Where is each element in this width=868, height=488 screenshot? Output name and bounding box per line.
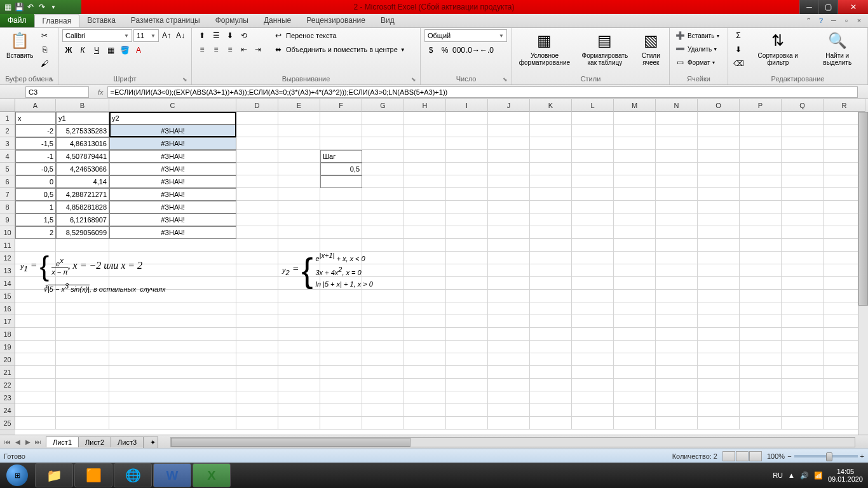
row-header-23[interactable]: 23 [0,391,15,404]
cell-Q19[interactable] [782,341,824,353]
cell-L7[interactable] [572,188,614,201]
cell-I5[interactable] [446,163,488,175]
cell-N5[interactable] [656,163,698,175]
cell-O24[interactable] [698,404,740,417]
cell-M25[interactable] [614,417,656,430]
cell-E1[interactable] [278,112,320,125]
col-header-K[interactable]: K [530,99,572,112]
cell-C1[interactable]: y2 [109,112,236,125]
cell-K14[interactable] [530,277,572,290]
tab-insert[interactable]: Вставка [79,14,123,27]
cell-L8[interactable] [572,201,614,214]
cell-N2[interactable] [656,125,698,137]
cell-P14[interactable] [740,277,782,290]
cell-K15[interactable] [530,290,572,302]
cell-M5[interactable] [614,163,656,175]
cell-B5[interactable]: 4,24653066 [56,163,109,175]
help-icon[interactable]: ? [817,16,825,25]
cell-N14[interactable] [656,277,698,290]
cell-Q4[interactable] [782,150,824,163]
bold-icon[interactable]: Ж [62,44,75,57]
cell-L2[interactable] [572,125,614,137]
tab-formulas[interactable]: Формулы [208,14,256,27]
cell-G7[interactable] [362,188,404,201]
cell-J4[interactable] [488,150,530,163]
row-header-22[interactable]: 22 [0,379,15,391]
row-header-15[interactable]: 15 [0,290,15,302]
row-header-17[interactable]: 17 [0,315,15,328]
tab-nav-next-icon[interactable]: ▶ [23,438,33,445]
cell-P6[interactable] [740,175,782,188]
sheet-tab-3[interactable]: Лист3 [111,437,144,447]
cell-A2[interactable]: -2 [15,125,56,137]
cell-F21[interactable] [320,366,362,379]
cell-Q21[interactable] [782,366,824,379]
cell-F2[interactable] [320,125,362,137]
cell-P13[interactable] [740,264,782,277]
cell-O6[interactable] [698,175,740,188]
cell-B20[interactable] [56,353,109,366]
cell-Q12[interactable] [782,252,824,264]
increase-indent-icon[interactable]: ⇥ [252,43,264,56]
col-header-Q[interactable]: Q [782,99,824,112]
row-header-3[interactable]: 3 [0,137,15,150]
row-header-1[interactable]: 1 [0,112,15,125]
row-header-20[interactable]: 20 [0,353,15,366]
col-header-P[interactable]: P [740,99,782,112]
minimize-ribbon-icon[interactable]: ⌃ [804,16,813,25]
maximize-button[interactable]: ▢ [818,0,837,14]
cell-M8[interactable] [614,201,656,214]
tab-layout[interactable]: Разметка страницы [123,14,208,27]
cell-N16[interactable] [656,302,698,315]
row-header-12[interactable]: 12 [0,252,15,264]
cell-B9[interactable]: 6,12168907 [56,214,109,226]
close-button[interactable]: ✕ [837,0,868,14]
taskbar-explorer-icon[interactable]: 📁 [35,463,73,487]
cell-O2[interactable] [698,125,740,137]
cell-A24[interactable] [15,404,56,417]
cell-F10[interactable] [320,226,362,239]
shrink-font-icon[interactable]: A↓ [174,29,187,42]
qat-dropdown-icon[interactable]: ▼ [48,2,58,12]
cell-D6[interactable] [236,175,278,188]
cell-P16[interactable] [740,302,782,315]
window-restore-icon[interactable]: ▫ [842,16,851,25]
cell-F6[interactable] [320,175,362,188]
row-header-9[interactable]: 9 [0,214,15,226]
cell-E2[interactable] [278,125,320,137]
tab-nav-last-icon[interactable]: ⏭ [33,438,43,445]
tray-arrow-icon[interactable]: ▲ [788,471,795,479]
sheet-tab-1[interactable]: Лист1 [46,437,79,447]
cell-Q15[interactable] [782,290,824,302]
cell-Q23[interactable] [782,391,824,404]
cell-O8[interactable] [698,201,740,214]
cell-A21[interactable] [15,366,56,379]
cell-H7[interactable] [404,188,446,201]
col-header-E[interactable]: E [278,99,320,112]
cell-N6[interactable] [656,175,698,188]
col-header-J[interactable]: J [488,99,530,112]
cell-I20[interactable] [446,353,488,366]
cell-I17[interactable] [446,315,488,328]
col-header-F[interactable]: F [320,99,362,112]
cell-O11[interactable] [698,239,740,252]
align-right-icon[interactable]: ≡ [224,43,236,56]
cell-F16[interactable] [320,302,362,315]
cell-G5[interactable] [362,163,404,175]
col-header-R[interactable]: R [824,99,865,112]
cell-J12[interactable] [488,252,530,264]
cell-E8[interactable] [278,201,320,214]
col-header-D[interactable]: D [236,99,278,112]
sheet-tab-2[interactable]: Лист2 [78,437,111,447]
row-header-4[interactable]: 4 [0,150,15,163]
cell-A19[interactable] [15,341,56,353]
cell-I2[interactable] [446,125,488,137]
cell-I10[interactable] [446,226,488,239]
cell-C11[interactable] [109,239,236,252]
cell-F1[interactable] [320,112,362,125]
cell-F19[interactable] [320,341,362,353]
cell-M3[interactable] [614,137,656,150]
cell-J17[interactable] [488,315,530,328]
cell-A1[interactable]: x [15,112,56,125]
cut-icon[interactable]: ✂ [38,29,51,42]
